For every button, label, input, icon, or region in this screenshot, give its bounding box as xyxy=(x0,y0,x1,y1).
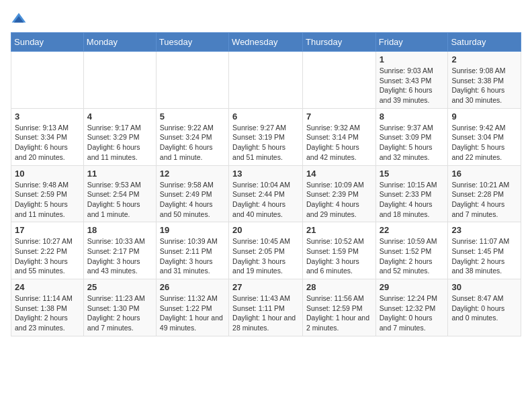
day-info: Sunset: 8:47 AMDaylight: 0 hours and 0 m… xyxy=(451,293,517,323)
calendar-cell: 26Sunrise: 11:32 AMSunset: 1:22 PMDaylig… xyxy=(156,279,228,336)
day-number: 9 xyxy=(451,111,517,122)
weekday-header-wednesday: Wednesday xyxy=(229,33,303,52)
day-number: 23 xyxy=(451,225,517,235)
calendar-header: SundayMondayTuesdayWednesdayThursdayFrid… xyxy=(11,33,521,52)
day-number: 26 xyxy=(160,282,225,292)
day-info: Sunrise: 10:15 AMSunset: 2:33 PMDaylight… xyxy=(380,180,445,220)
day-number: 21 xyxy=(306,225,372,235)
day-info: Sunrise: 10:33 AMSunset: 2:17 PMDaylight… xyxy=(87,236,152,276)
day-info: Sunrise: 12:24 PMSunset: 12:32 PMDayligh… xyxy=(380,293,445,333)
day-info: Sunrise: 9:17 AMSunset: 3:29 PMDaylight:… xyxy=(87,123,152,163)
day-number: 16 xyxy=(451,169,517,179)
day-number: 25 xyxy=(87,282,152,292)
day-info: Sunrise: 10:27 AMSunset: 2:22 PMDaylight… xyxy=(15,236,80,276)
calendar-cell: 20Sunrise: 10:45 AMSunset: 2:05 PMDaylig… xyxy=(229,222,303,279)
calendar-cell: 15Sunrise: 10:15 AMSunset: 2:33 PMDaylig… xyxy=(375,165,448,222)
day-info: Sunrise: 11:14 AMSunset: 1:38 PMDaylight… xyxy=(15,293,80,333)
calendar-cell: 25Sunrise: 11:23 AMSunset: 1:30 PMDaylig… xyxy=(83,279,156,336)
calendar-cell: 14Sunrise: 10:09 AMSunset: 2:39 PMDaylig… xyxy=(303,165,376,222)
day-info: Sunrise: 11:23 AMSunset: 1:30 PMDaylight… xyxy=(87,293,152,333)
day-number: 18 xyxy=(87,225,152,235)
logo-icon xyxy=(11,11,27,27)
day-number: 22 xyxy=(380,225,445,235)
calendar-cell: 2Sunrise: 9:08 AMSunset: 3:38 PMDaylight… xyxy=(448,52,521,109)
day-number: 10 xyxy=(15,169,80,179)
day-info: Sunrise: 10:59 AMSunset: 1:52 PMDaylight… xyxy=(380,236,445,276)
day-info: Sunrise: 9:32 AMSunset: 3:14 PMDaylight:… xyxy=(306,123,372,163)
day-info: Sunrise: 10:39 AMSunset: 2:11 PMDaylight… xyxy=(160,236,225,276)
weekday-header-monday: Monday xyxy=(83,33,156,52)
day-info: Sunrise: 9:27 AMSunset: 3:19 PMDaylight:… xyxy=(232,123,299,163)
day-info: Sunrise: 9:08 AMSunset: 3:38 PMDaylight:… xyxy=(451,66,517,105)
calendar-cell xyxy=(11,52,84,109)
calendar-cell: 23Sunrise: 11:07 AMSunset: 1:45 PMDaylig… xyxy=(448,222,521,279)
day-number: 5 xyxy=(160,111,225,122)
calendar-cell: 5Sunrise: 9:22 AMSunset: 3:24 PMDaylight… xyxy=(156,108,228,165)
weekday-header-saturday: Saturday xyxy=(448,33,521,52)
weekday-header-friday: Friday xyxy=(375,33,448,52)
calendar-cell xyxy=(156,52,228,109)
day-info: Sunrise: 9:58 AMSunset: 2:49 PMDaylight:… xyxy=(160,180,225,220)
day-number: 1 xyxy=(380,54,445,64)
calendar-cell: 13Sunrise: 10:04 AMSunset: 2:44 PMDaylig… xyxy=(229,165,303,222)
calendar-cell xyxy=(229,52,303,109)
calendar-cell: 12Sunrise: 9:58 AMSunset: 2:49 PMDayligh… xyxy=(156,165,228,222)
calendar-cell: 30Sunset: 8:47 AMDaylight: 0 hours and 0… xyxy=(448,279,521,336)
day-number: 15 xyxy=(380,169,445,179)
day-info: Sunrise: 9:53 AMSunset: 2:54 PMDaylight:… xyxy=(87,180,152,220)
day-number: 19 xyxy=(160,225,225,235)
day-number: 28 xyxy=(306,282,372,292)
day-number: 14 xyxy=(306,169,372,179)
calendar-table: SundayMondayTuesdayWednesdayThursdayFrid… xyxy=(11,32,521,336)
day-info: Sunrise: 11:07 AMSunset: 1:45 PMDaylight… xyxy=(451,236,517,276)
calendar-body: 1Sunrise: 9:03 AMSunset: 3:43 PMDaylight… xyxy=(11,52,521,336)
day-number: 24 xyxy=(15,282,80,292)
day-number: 13 xyxy=(232,169,299,179)
day-number: 2 xyxy=(451,54,517,64)
weekday-header-sunday: Sunday xyxy=(11,33,84,52)
day-info: Sunrise: 9:13 AMSunset: 3:34 PMDaylight:… xyxy=(15,123,80,163)
calendar-cell: 18Sunrise: 10:33 AMSunset: 2:17 PMDaylig… xyxy=(83,222,156,279)
calendar-cell: 10Sunrise: 9:48 AMSunset: 2:59 PMDayligh… xyxy=(11,165,84,222)
day-info: Sunrise: 11:32 AMSunset: 1:22 PMDaylight… xyxy=(160,293,225,333)
day-number: 4 xyxy=(87,111,152,122)
day-info: Sunrise: 9:03 AMSunset: 3:43 PMDaylight:… xyxy=(380,66,445,105)
calendar-week-1: 1Sunrise: 9:03 AMSunset: 3:43 PMDaylight… xyxy=(11,52,521,109)
day-number: 7 xyxy=(306,111,372,122)
calendar-cell: 27Sunrise: 11:43 AMSunset: 1:11 PMDaylig… xyxy=(229,279,303,336)
day-number: 30 xyxy=(451,282,517,292)
calendar-cell: 3Sunrise: 9:13 AMSunset: 3:34 PMDaylight… xyxy=(11,108,84,165)
calendar-week-4: 17Sunrise: 10:27 AMSunset: 2:22 PMDaylig… xyxy=(11,222,521,279)
day-info: Sunrise: 10:52 AMSunset: 1:59 PMDaylight… xyxy=(306,236,372,276)
day-info: Sunrise: 11:43 AMSunset: 1:11 PMDaylight… xyxy=(232,293,299,333)
calendar-cell: 19Sunrise: 10:39 AMSunset: 2:11 PMDaylig… xyxy=(156,222,228,279)
day-info: Sunrise: 10:04 AMSunset: 2:44 PMDaylight… xyxy=(232,180,299,220)
day-number: 12 xyxy=(160,169,225,179)
calendar-cell: 8Sunrise: 9:37 AMSunset: 3:09 PMDaylight… xyxy=(375,108,448,165)
day-info: Sunrise: 9:37 AMSunset: 3:09 PMDaylight:… xyxy=(380,123,445,163)
calendar-cell: 7Sunrise: 9:32 AMSunset: 3:14 PMDaylight… xyxy=(303,108,376,165)
calendar-week-5: 24Sunrise: 11:14 AMSunset: 1:38 PMDaylig… xyxy=(11,279,521,336)
day-number: 20 xyxy=(232,225,299,235)
weekday-row: SundayMondayTuesdayWednesdayThursdayFrid… xyxy=(11,33,521,52)
calendar-cell: 11Sunrise: 9:53 AMSunset: 2:54 PMDayligh… xyxy=(83,165,156,222)
day-number: 11 xyxy=(87,169,152,179)
day-info: Sunrise: 10:09 AMSunset: 2:39 PMDaylight… xyxy=(306,180,372,220)
day-number: 8 xyxy=(380,111,445,122)
page-header xyxy=(11,11,521,27)
calendar-week-2: 3Sunrise: 9:13 AMSunset: 3:34 PMDaylight… xyxy=(11,108,521,165)
calendar-cell: 1Sunrise: 9:03 AMSunset: 3:43 PMDaylight… xyxy=(375,52,448,109)
day-number: 27 xyxy=(232,282,299,292)
calendar-cell: 21Sunrise: 10:52 AMSunset: 1:59 PMDaylig… xyxy=(303,222,376,279)
day-number: 17 xyxy=(15,225,80,235)
calendar-cell: 16Sunrise: 10:21 AMSunset: 2:28 PMDaylig… xyxy=(448,165,521,222)
calendar-cell: 22Sunrise: 10:59 AMSunset: 1:52 PMDaylig… xyxy=(375,222,448,279)
day-info: Sunrise: 10:45 AMSunset: 2:05 PMDaylight… xyxy=(232,236,299,276)
calendar-cell xyxy=(83,52,156,109)
calendar-cell: 9Sunrise: 9:42 AMSunset: 3:04 PMDaylight… xyxy=(448,108,521,165)
day-number: 3 xyxy=(15,111,80,122)
day-info: Sunrise: 11:56 AMSunset: 12:59 PMDayligh… xyxy=(306,293,372,333)
day-info: Sunrise: 9:42 AMSunset: 3:04 PMDaylight:… xyxy=(451,123,517,163)
calendar-cell: 28Sunrise: 11:56 AMSunset: 12:59 PMDayli… xyxy=(303,279,376,336)
calendar-cell: 29Sunrise: 12:24 PMSunset: 12:32 PMDayli… xyxy=(375,279,448,336)
